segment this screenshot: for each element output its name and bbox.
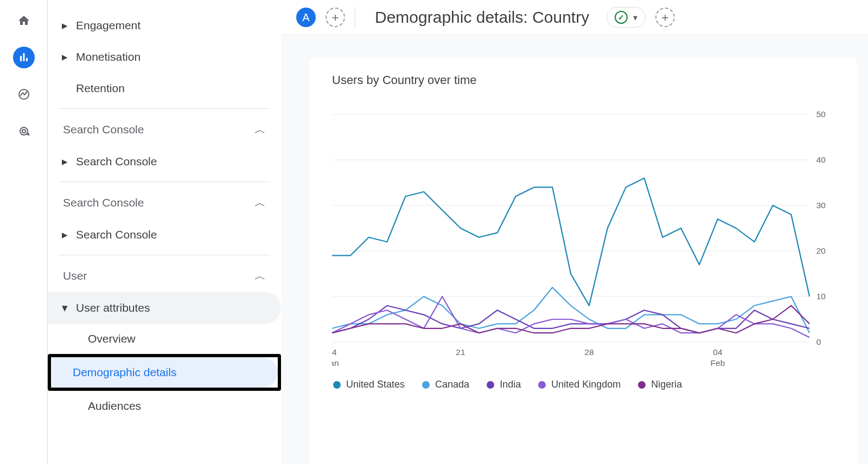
sidebar-label: Monetisation xyxy=(72,50,141,63)
legend-dot xyxy=(638,381,646,389)
status-chip[interactable]: ▾ xyxy=(607,7,646,28)
chevron-down-icon: ▾ xyxy=(633,12,637,23)
legend-label: Canada xyxy=(435,379,469,390)
chart-card: Users by Country over time 0102030405014… xyxy=(309,58,857,464)
sidebar-item-search-console[interactable]: ▸ Search Console xyxy=(48,146,281,177)
sidebar-item-engagement[interactable]: ▸ Engagement xyxy=(48,10,281,41)
chevron-right-icon: ▸ xyxy=(58,19,72,32)
sidebar-label: Search Console xyxy=(72,228,157,241)
chevron-right-icon: ▸ xyxy=(58,155,72,168)
demo-highlight-box: Demographic details xyxy=(48,354,281,391)
svg-text:30: 30 xyxy=(816,201,826,210)
svg-text:04: 04 xyxy=(713,347,723,357)
chart-legend: United StatesCanadaIndiaUnited KingdomNi… xyxy=(332,379,838,390)
divider xyxy=(59,108,270,109)
chevron-up-icon: ︿ xyxy=(254,268,266,283)
chevron-down-icon: ▾ xyxy=(58,301,72,314)
divider xyxy=(59,255,270,255)
sidebar-label: Overview xyxy=(88,332,136,345)
svg-text:Feb: Feb xyxy=(711,358,725,368)
nav-rail xyxy=(0,0,48,464)
legend-item[interactable]: Canada xyxy=(422,379,469,390)
svg-text:Jan: Jan xyxy=(332,358,339,368)
legend-label: United States xyxy=(346,379,405,390)
legend-item[interactable]: United Kingdom xyxy=(538,379,621,390)
line-chart: 0102030405014Jan212804Feb xyxy=(332,109,838,369)
svg-text:20: 20 xyxy=(816,246,826,255)
rail-home-icon[interactable] xyxy=(13,10,35,31)
chart-title: Users by Country over time xyxy=(332,73,838,87)
main: A ＋ Demographic details: Country ▾ ＋ Use… xyxy=(281,0,868,464)
sidebar-item-retention[interactable]: Retention xyxy=(48,73,281,104)
legend-item[interactable]: United States xyxy=(333,379,405,390)
legend-item[interactable]: Nigeria xyxy=(638,379,682,390)
rail-explore-icon[interactable] xyxy=(13,83,35,105)
chevron-right-icon: ▸ xyxy=(58,50,72,63)
sidebar-section-user[interactable]: User ︿ xyxy=(48,260,281,292)
page-title: Demographic details: Country xyxy=(375,8,589,27)
add-segment-button[interactable]: ＋ xyxy=(326,8,345,27)
sidebar-label: Demographic details xyxy=(73,366,176,379)
legend-label: Nigeria xyxy=(651,379,682,390)
sidebar-item-demographic-details[interactable]: Demographic details xyxy=(51,357,278,388)
legend-label: India xyxy=(500,379,521,390)
sidebar-label: Engagement xyxy=(72,19,141,32)
header: A ＋ Demographic details: Country ▾ ＋ xyxy=(281,0,868,35)
sidebar-item-overview[interactable]: Overview xyxy=(48,324,281,354)
divider xyxy=(59,182,270,182)
chevron-up-icon: ︿ xyxy=(254,195,266,210)
legend-dot xyxy=(487,381,494,389)
sidebar: ▸ Engagement ▸ Monetisation Retention Se… xyxy=(48,0,281,464)
svg-text:0: 0 xyxy=(816,337,821,346)
svg-point-2 xyxy=(22,130,25,133)
segment-chip-a[interactable]: A xyxy=(296,8,316,27)
rail-reports-icon[interactable] xyxy=(13,47,35,68)
sidebar-label: Audiences xyxy=(88,399,141,413)
legend-item[interactable]: India xyxy=(487,379,521,390)
section-label: Search Console xyxy=(63,196,144,209)
chevron-right-icon: ▸ xyxy=(58,228,72,241)
sidebar-section-search-console[interactable]: Search Console ︿ xyxy=(48,113,281,146)
legend-dot xyxy=(333,381,341,389)
rail-advertising-icon[interactable] xyxy=(13,120,35,142)
chevron-up-icon: ︿ xyxy=(254,122,266,137)
sidebar-label: User attributes xyxy=(72,301,150,314)
svg-text:21: 21 xyxy=(456,347,465,357)
section-label: User xyxy=(63,269,87,282)
legend-label: United Kingdom xyxy=(551,379,621,390)
sidebar-label: Retention xyxy=(58,82,125,95)
svg-point-1 xyxy=(20,127,28,135)
section-label: Search Console xyxy=(63,123,144,136)
legend-dot xyxy=(422,381,430,389)
svg-text:10: 10 xyxy=(816,292,826,301)
svg-text:50: 50 xyxy=(816,109,826,119)
check-circle-icon xyxy=(615,11,628,24)
svg-text:14: 14 xyxy=(332,347,337,357)
legend-dot xyxy=(538,381,546,389)
divider xyxy=(355,7,355,28)
svg-text:40: 40 xyxy=(816,155,826,164)
sidebar-item-monetisation[interactable]: ▸ Monetisation xyxy=(48,41,281,73)
add-comparison-button[interactable]: ＋ xyxy=(655,8,675,27)
sidebar-item-audiences[interactable]: Audiences xyxy=(48,391,281,421)
sidebar-item-user-attributes[interactable]: ▾ User attributes xyxy=(48,292,281,324)
sidebar-section-search-console-2[interactable]: Search Console ︿ xyxy=(48,186,281,219)
sidebar-label: Search Console xyxy=(72,155,157,168)
sidebar-item-search-console-2[interactable]: ▸ Search Console xyxy=(48,219,281,250)
svg-text:28: 28 xyxy=(584,347,593,357)
